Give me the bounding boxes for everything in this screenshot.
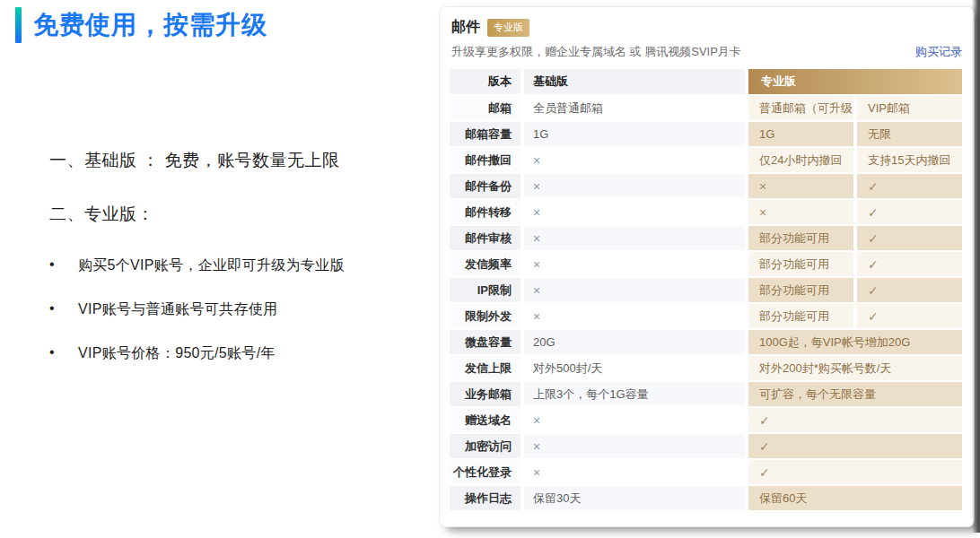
table-row: 邮件转移××✓ xyxy=(450,200,962,224)
pro-vip-value: ✓ xyxy=(857,200,962,224)
cell-text: 发信上限 xyxy=(465,360,512,377)
feature-label: 限制外发 xyxy=(450,304,521,328)
check-icon: ✓ xyxy=(759,413,770,428)
cross-icon: × xyxy=(533,413,540,428)
cell-text: 邮件审核 xyxy=(465,230,512,247)
comparison-table: 版本 基础版 专业版 邮箱全员普通邮箱普通邮箱（可升级）VIP邮箱邮箱容量1G1… xyxy=(450,69,962,510)
check-icon: ✓ xyxy=(759,465,770,480)
cell-text: 加密访问 xyxy=(465,438,512,455)
feature-label: 微盘容量 xyxy=(450,330,521,354)
feature-label: 加密访问 xyxy=(450,434,521,458)
cell-text: 部分功能可用 xyxy=(759,230,829,247)
pro-merged-value: ✓ xyxy=(748,460,962,484)
pro-normal-value: 1G xyxy=(748,122,853,146)
cell-text: 仅24小时内撤回 xyxy=(759,152,842,169)
cell-text: 部分功能可用 xyxy=(759,256,829,273)
cell-text: 发信频率 xyxy=(465,256,512,273)
cross-icon: × xyxy=(533,205,540,220)
feature-label: 邮件备份 xyxy=(450,174,521,198)
page-title: 免费使用，按需升级 xyxy=(33,7,267,43)
table-row: IP限制×部分功能可用✓ xyxy=(450,278,962,302)
pro-vip-value: ✓ xyxy=(857,252,962,276)
cross-icon: × xyxy=(533,439,540,454)
cell-text: 邮件撤回 xyxy=(465,152,512,169)
cell-text: 1G xyxy=(759,127,774,141)
basic-value: × xyxy=(524,174,745,198)
table-row: 个性化登录×✓ xyxy=(450,460,962,484)
basic-value: × xyxy=(524,408,745,432)
notes-list: 一、基础版 ： 免费，账号数量无上限二、专业版：•购买5个VIP账号，企业即可升… xyxy=(49,149,440,363)
pro-vip-value: ✓ xyxy=(857,226,962,250)
bullet-icon: • xyxy=(49,300,78,319)
feature-label: 邮件审核 xyxy=(450,226,521,250)
basic-value: × xyxy=(524,304,745,328)
basic-value: × xyxy=(524,434,745,458)
cell-text: 保留30天 xyxy=(533,490,581,507)
table-row: 发信上限对外500封/天对外200封*购买帐号数/天 xyxy=(450,356,962,380)
cross-icon: × xyxy=(533,179,540,194)
cell-text: 对外200封*购买帐号数/天 xyxy=(759,360,891,377)
pro-vip-value: ✓ xyxy=(857,304,962,328)
cross-icon: × xyxy=(533,231,540,246)
note-heading: 一、基础版 ： 免费，账号数量无上限 xyxy=(49,149,440,172)
basic-value: × xyxy=(524,278,745,302)
cell-text: VIP邮箱 xyxy=(868,100,910,117)
accent-bar xyxy=(15,7,22,43)
table-row: 邮件备份××✓ xyxy=(450,174,962,198)
feature-label: 发信上限 xyxy=(450,356,521,380)
cell-text: 操作日志 xyxy=(465,490,512,507)
feature-label: 赠送域名 xyxy=(450,408,521,432)
pro-merged-value: ✓ xyxy=(748,434,962,458)
basic-value: 对外500封/天 xyxy=(524,356,745,380)
feature-label: 个性化登录 xyxy=(450,460,521,484)
pro-normal-value: × xyxy=(748,174,853,198)
feature-label: 邮箱容量 xyxy=(450,122,521,146)
cross-icon: × xyxy=(533,283,540,298)
feature-label: 业务邮箱 xyxy=(450,382,521,406)
check-icon: ✓ xyxy=(868,283,879,298)
pro-normal-value: 部分功能可用 xyxy=(748,226,853,250)
cell-text: 20G xyxy=(533,335,556,349)
cell-text: IP限制 xyxy=(477,282,512,299)
table-row: 微盘容量20G100G起，每VIP帐号增加20G xyxy=(450,330,962,354)
table-body: 邮箱全员普通邮箱普通邮箱（可升级）VIP邮箱邮箱容量1G1G无限邮件撤回×仅24… xyxy=(450,96,962,510)
check-icon: ✓ xyxy=(868,231,879,246)
cell-text: 无限 xyxy=(868,126,891,143)
cell-text: 微盘容量 xyxy=(465,334,512,351)
cell-text: 部分功能可用 xyxy=(759,308,829,325)
table-row: 赠送域名×✓ xyxy=(450,408,962,432)
cell-text: 邮箱 xyxy=(488,100,512,117)
pro-merged-value: 保留60天 xyxy=(748,486,962,510)
basic-value: 1G xyxy=(524,122,745,146)
note-bullet-text: 购买5个VIP账号，企业即可升级为专业版 xyxy=(78,256,345,275)
basic-value: 保留30天 xyxy=(524,486,745,510)
table-row: 邮件审核×部分功能可用✓ xyxy=(450,226,962,250)
basic-value: 全员普通邮箱 xyxy=(524,96,745,120)
pro-merged-value: 对外200封*购买帐号数/天 xyxy=(748,356,962,380)
pro-merged-value: 可扩容，每个无限容量 xyxy=(748,382,962,406)
cross-icon: × xyxy=(533,309,540,324)
page-title-row: 免费使用，按需升级 xyxy=(15,7,440,43)
basic-value: × xyxy=(524,460,745,484)
table-row: 邮箱容量1G1G无限 xyxy=(450,122,962,146)
cross-icon: × xyxy=(533,465,540,480)
cell-text: 保留60天 xyxy=(759,490,807,507)
table-row: 操作日志保留30天保留60天 xyxy=(450,486,962,510)
pro-vip-value: 无限 xyxy=(857,122,962,146)
basic-value: 上限3个，每个1G容量 xyxy=(524,382,745,406)
pro-normal-value: 部分功能可用 xyxy=(748,252,853,276)
cell-text: 全员普通邮箱 xyxy=(533,100,603,117)
purchase-history-link[interactable]: 购买记录 xyxy=(915,44,962,60)
card-header: 邮件 专业版 xyxy=(451,18,962,37)
basic-value: × xyxy=(524,226,745,250)
note-bullet: •VIP账号与普通账号可共存使用 xyxy=(49,300,440,319)
cell-text: 对外500封/天 xyxy=(533,360,602,377)
pro-vip-value: VIP邮箱 xyxy=(857,96,962,120)
cell-text: 100G起，每VIP帐号增加20G xyxy=(759,334,910,351)
cell-text: 支持15天内撤回 xyxy=(868,152,950,169)
cell-text: 邮箱容量 xyxy=(465,126,512,143)
basic-value: × xyxy=(524,200,745,224)
cell-text: 1G xyxy=(533,127,548,141)
header-pro: 专业版 xyxy=(748,69,962,94)
pro-normal-value: 部分功能可用 xyxy=(748,304,853,328)
